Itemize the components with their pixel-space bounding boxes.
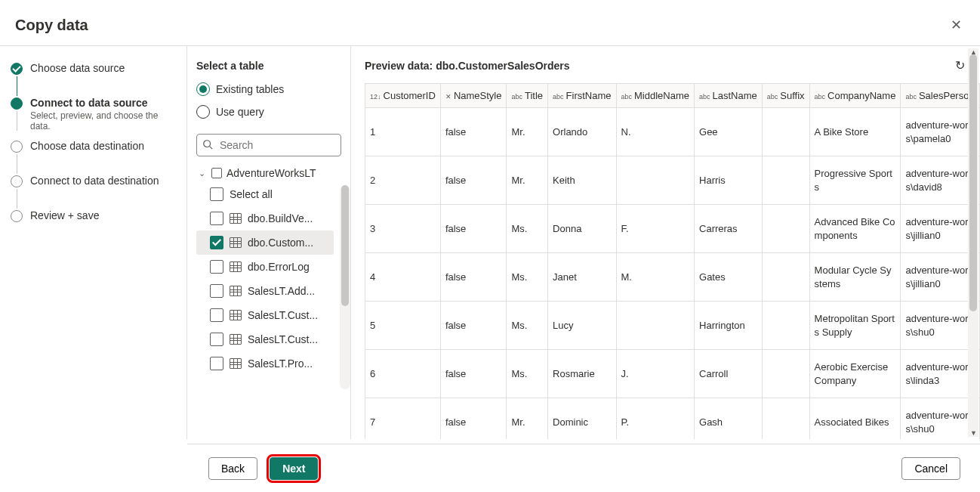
- step-title: Connect to data source: [30, 97, 179, 109]
- table-icon: [230, 237, 242, 248]
- preview-grid: 12↓CustomerID✕NameStyleabcTitleabcFirstN…: [365, 83, 980, 439]
- table-item[interactable]: SalesLT.Pro...: [196, 351, 334, 376]
- cell: Donna: [548, 205, 616, 253]
- cell: Mr.: [507, 108, 548, 156]
- chevron-down-icon: ⌄: [196, 169, 207, 178]
- cell: Janet: [548, 253, 616, 302]
- table-row[interactable]: 3falseMs.DonnaF.CarrerasAdvanced Bike Co…: [365, 205, 980, 253]
- checkbox-icon[interactable]: [210, 187, 223, 201]
- radio-icon: [196, 105, 210, 119]
- column-header[interactable]: abcSuffix: [762, 84, 809, 108]
- cell: Ms.: [507, 302, 548, 350]
- back-button[interactable]: Back: [208, 457, 257, 480]
- step-subtitle: Select, preview, and choose the data.: [30, 110, 179, 132]
- cell: [616, 302, 695, 350]
- cell: F.: [616, 205, 695, 253]
- step-bullet-icon: [11, 210, 23, 222]
- table-item[interactable]: SalesLT.Cust...: [196, 303, 334, 327]
- table-icon: [230, 310, 242, 320]
- search-icon: [202, 139, 213, 152]
- radio-use-query[interactable]: Use query: [196, 105, 350, 119]
- cell: Gates: [695, 253, 763, 302]
- checkbox-icon[interactable]: [210, 236, 223, 249]
- column-header[interactable]: abcFirstName: [548, 84, 616, 108]
- cell: 6: [365, 350, 440, 398]
- preview-title: Preview data: dbo.CustomerSalesOrders: [365, 60, 570, 72]
- cell: Gash: [695, 398, 763, 440]
- column-header[interactable]: abcLastName: [695, 84, 763, 108]
- checkbox-icon[interactable]: [210, 357, 223, 370]
- cell: [762, 302, 809, 350]
- table-icon: [230, 213, 242, 224]
- wizard-step[interactable]: Choose data source: [11, 61, 179, 96]
- cell: Carroll: [695, 350, 763, 398]
- column-header[interactable]: abcMiddleName: [616, 84, 695, 108]
- cell: false: [440, 156, 507, 205]
- table-item[interactable]: dbo.ErrorLog: [196, 255, 334, 279]
- step-title: Connect to data destination: [30, 175, 159, 187]
- close-icon[interactable]: ✕: [948, 14, 965, 36]
- wizard-step[interactable]: Connect to data destination: [11, 174, 179, 209]
- dialog-scrollbar[interactable]: ▲ ▼: [968, 48, 978, 437]
- table-item[interactable]: dbo.BuildVe...: [196, 206, 334, 231]
- svg-line-1: [210, 147, 213, 150]
- cell: 4: [365, 253, 440, 302]
- checkbox-icon[interactable]: [210, 212, 223, 225]
- scroll-down-icon[interactable]: ▼: [970, 429, 977, 437]
- next-button[interactable]: Next: [270, 457, 318, 480]
- table-row[interactable]: 7falseMr.DominicP.GashAssociated Bikesad…: [365, 398, 980, 440]
- table-item[interactable]: SalesLT.Add...: [196, 279, 334, 303]
- cell: 2: [365, 156, 440, 205]
- cell: Advanced Bike Components: [809, 205, 901, 253]
- cell: Gee: [695, 108, 763, 156]
- table-row[interactable]: 1falseMr.OrlandoN.GeeA Bike Storeadventu…: [365, 108, 980, 156]
- cell: false: [440, 398, 507, 440]
- step-title: Choose data destination: [30, 140, 144, 152]
- wizard-step[interactable]: Connect to data source Select, preview, …: [11, 96, 179, 139]
- cell: Aerobic Exercise Company: [809, 350, 901, 398]
- column-header[interactable]: abcCompanyName: [809, 84, 901, 108]
- cell: false: [440, 350, 507, 398]
- table-row[interactable]: 6falseMs.RosmarieJ.CarrollAerobic Exerci…: [365, 350, 980, 398]
- cell: Ms.: [507, 205, 548, 253]
- wizard-step[interactable]: Choose data destination: [11, 139, 179, 174]
- cell: 3: [365, 205, 440, 253]
- checkbox-icon[interactable]: [210, 333, 223, 346]
- cell: Harris: [695, 156, 763, 205]
- wizard-steps: Choose data source Connect to data sourc…: [0, 46, 187, 439]
- database-node[interactable]: ⌄ AdventureWorksLT: [196, 164, 350, 182]
- select-all-row[interactable]: Select all: [196, 182, 334, 206]
- table-icon: [230, 334, 242, 345]
- step-title: Review + save: [30, 209, 99, 221]
- column-header[interactable]: ✕NameStyle: [440, 84, 507, 108]
- column-header[interactable]: 12↓CustomerID: [365, 84, 440, 108]
- cell: [762, 398, 809, 440]
- step-bullet-icon: [11, 63, 23, 75]
- cell: [762, 108, 809, 156]
- cell: Harrington: [695, 302, 763, 350]
- cell: Lucy: [548, 302, 616, 350]
- tables-scrollbar[interactable]: [340, 185, 350, 389]
- table-row[interactable]: 4falseMs.JanetM.GatesModular Cycle Syste…: [365, 253, 980, 302]
- table-row[interactable]: 2falseMr.KeithHarrisProgressive Sportsad…: [365, 156, 980, 205]
- cell: Dominic: [548, 398, 616, 440]
- checkbox-icon[interactable]: [210, 284, 223, 298]
- dialog-header: Copy data ✕: [0, 0, 980, 46]
- cancel-button[interactable]: Cancel: [901, 457, 960, 480]
- table-row[interactable]: 5falseMs.LucyHarringtonMetropolitan Spor…: [365, 302, 980, 350]
- refresh-icon[interactable]: ↻: [955, 58, 965, 73]
- radio-existing-tables[interactable]: Existing tables: [196, 82, 350, 96]
- search-input[interactable]: [196, 134, 341, 156]
- cell: Rosmarie: [548, 350, 616, 398]
- cell: Ms.: [507, 253, 548, 302]
- preview-panel: Preview data: dbo.CustomerSalesOrders ↻ …: [350, 46, 980, 439]
- cell: Carreras: [695, 205, 763, 253]
- table-item[interactable]: SalesLT.Cust...: [196, 327, 334, 351]
- checkbox-icon[interactable]: [210, 260, 223, 274]
- cell: A Bike Store: [809, 108, 901, 156]
- column-header[interactable]: abcTitle: [507, 84, 548, 108]
- step-bullet-icon: [11, 175, 23, 187]
- checkbox-icon[interactable]: [210, 308, 223, 322]
- table-item[interactable]: dbo.Custom...: [196, 231, 334, 255]
- wizard-step[interactable]: Review + save: [11, 209, 179, 229]
